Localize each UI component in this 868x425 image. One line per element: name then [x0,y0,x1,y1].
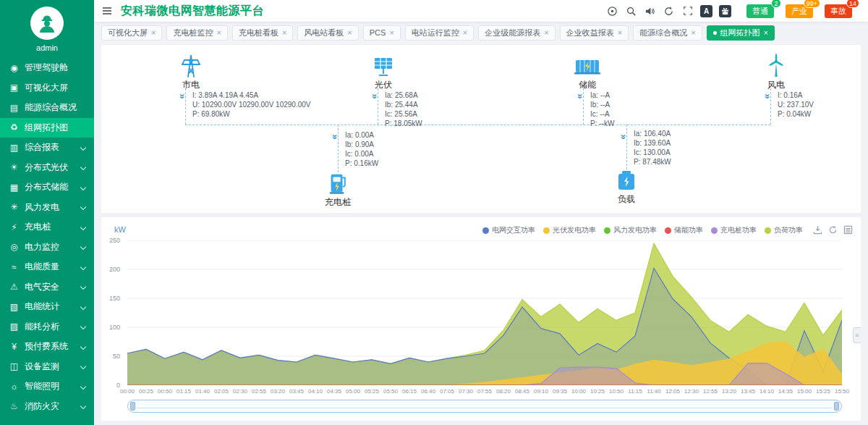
legend-label: 充电桩功率 [720,225,757,235]
restore-icon[interactable] [827,224,838,235]
status-tag[interactable]: 产业99+ [786,4,813,18]
legend-label: 电网交互功率 [492,225,535,235]
refresh-icon[interactable] [663,5,675,17]
menu-toggle-icon[interactable] [101,4,114,17]
tab-close-icon[interactable]: × [618,29,622,37]
tab-item[interactable]: 风电站看板× [297,25,358,41]
chevron-down-icon [80,403,86,409]
node-label: 负载 [610,193,642,206]
x-tick-label: 00:00 [120,388,135,395]
legend-item[interactable]: 储能功率 [665,225,703,235]
tab-item[interactable]: 企业级能源报表× [478,25,555,41]
search-icon[interactable] [625,5,637,17]
topology-icon: ♻ [9,122,20,132]
tab-close-icon[interactable]: × [764,29,768,37]
sidebar-item-reports[interactable]: ▥综合报表 [0,138,94,158]
status-tag-label: 普通 [752,7,768,15]
sidebar-item-topology[interactable]: ♻组网拓扑图 [0,118,94,138]
tab-close-icon[interactable]: × [347,29,352,37]
sidebar-item-power-monitor[interactable]: ◎电力监控 [0,237,94,258]
tab-label: PCS [370,28,386,37]
tab-item[interactable]: 企业收益报表× [560,25,629,41]
sidebar-item-power-quality[interactable]: ≈电能质量 [0,257,94,277]
legend-item[interactable]: 风力发电功率 [604,225,657,235]
tab-item[interactable]: 可视化大屏× [101,25,162,41]
measurement-value: Ib: --A [590,100,614,109]
side-zoom-handle[interactable]: ≡ [853,327,861,343]
sidebar-item-charger[interactable]: ⚡充电桩 [0,217,94,237]
legend-item[interactable]: 电网交互功率 [482,225,535,235]
measurement-value: P: 0.04kW [778,109,814,119]
connector-charger [338,125,339,172]
target-icon[interactable] [606,5,618,17]
sidebar-item-label: 综合报表 [25,141,78,153]
save-image-icon[interactable] [812,224,823,235]
fullscreen-icon[interactable] [681,5,694,17]
status-tag[interactable]: 事故14 [825,4,852,18]
sidebar-item-wind-power[interactable]: ✳风力发电 [0,198,94,218]
flow-arrow-icon: » [619,134,629,138]
tab-close-icon[interactable]: × [691,29,695,37]
sidebar-item-energy-overview[interactable]: ▤能源综合概况 [0,98,94,118]
avatar[interactable] [30,7,64,40]
x-tick-label: 00:50 [158,388,172,395]
chevron-down-icon [80,344,86,350]
y-tick-label: 150 [109,295,120,302]
sidebar-item-distributed-storage[interactable]: ▦分布式储能 [0,177,94,198]
sidebar-item-prepaid[interactable]: ¥预付费系统 [0,337,94,357]
x-tick-label: 02:30 [233,388,247,395]
measurement-value: Ic: 130.00A [634,148,671,157]
pv-icon: ☀ [9,162,20,172]
legend-item[interactable]: 充电桩功率 [711,225,757,235]
data-view-icon[interactable] [843,224,854,235]
chevron-down-icon [80,264,86,270]
tab-item[interactable]: PCS× [363,25,401,41]
sidebar-item-label: 电能质量 [25,261,78,273]
sidebar-item-label: 能源综合概况 [25,101,87,114]
tab-close-icon[interactable]: × [282,29,286,37]
tab-close-icon[interactable]: × [389,29,393,37]
tab-item[interactable]: 能源综合概况× [633,25,702,41]
sidebar-item-energy-stats[interactable]: ▧电能统计 [0,297,94,317]
zoom-handle-left[interactable] [130,402,135,411]
x-tick-label: 05:00 [346,388,360,395]
chevron-down-icon [80,185,86,190]
load-battery-icon [610,169,642,193]
chart-plot-area[interactable] [127,240,842,385]
sidebar-item-cockpit[interactable]: ◉管理驾驶舱 [0,58,94,78]
sidebar-item-label: 电气安全 [25,281,78,293]
translate-icon[interactable]: A [700,5,712,17]
tab-close-icon[interactable]: × [463,29,467,37]
status-tag[interactable]: 普通2 [746,4,774,18]
sidebar-item-label: 充电桩 [25,221,78,233]
data-zoom-slider[interactable] [127,400,842,413]
x-tick-label: 08:45 [515,388,529,395]
tab-item[interactable]: 电站运行监控× [405,25,474,41]
sidebar-item-distributed-pv[interactable]: ☀分布式光伏 [0,158,94,178]
measurement-value: I: 3.89A 4.19A 4.45A [192,91,310,100]
sidebar-item-big-screen[interactable]: ▣可视化大屏 [0,78,94,98]
x-tick-label: 06:40 [421,388,435,395]
gift-icon[interactable] [719,5,731,17]
pv-measurements: Ia: 25.68AIb: 25.44AIc: 25.56AP: 18.05kW [385,91,422,128]
node-label: 市电 [175,79,207,91]
zoom-handle-right[interactable] [834,402,839,411]
sidebar-item-device-monitor[interactable]: ◫设备监测 [0,357,94,377]
node-load: 负载 [610,169,642,206]
sidebar-item-label: 智能照明 [25,380,78,392]
legend-item[interactable]: 负荷功率 [765,225,803,235]
tab-item[interactable]: 充电桩看板× [232,25,293,41]
legend-item[interactable]: 光伏发电功率 [543,225,596,235]
sidebar-item-consumption-analysis[interactable]: ▨能耗分析 [0,317,94,337]
tab-close-icon[interactable]: × [544,29,548,37]
tab-close-icon[interactable]: × [216,29,221,37]
tab-close-icon[interactable]: × [151,29,156,37]
tab-item-active[interactable]: 组网拓扑图× [707,25,775,41]
sidebar-item-smart-lighting[interactable]: ☼智能照明 [0,376,94,397]
tab-item[interactable]: 充电桩监控× [166,25,227,41]
username: admin [0,43,94,52]
volume-icon[interactable] [644,5,656,17]
sidebar-item-electrical-safety[interactable]: ⚠电气安全 [0,277,94,298]
sidebar-item-fire-safety[interactable]: ♨消防火灾 [0,397,94,417]
x-tick-label: 03:20 [271,388,285,395]
